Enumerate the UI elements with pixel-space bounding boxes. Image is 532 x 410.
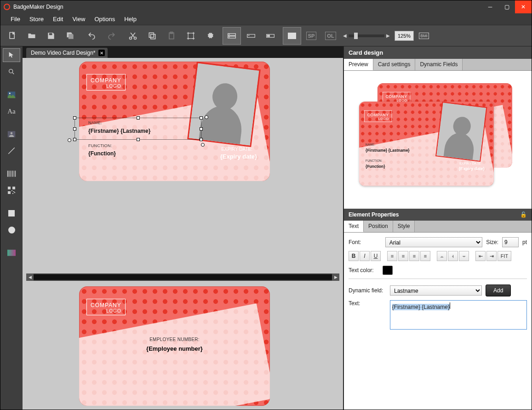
layout-back-button[interactable] [261, 27, 280, 45]
logo-text: LOGO [91, 84, 121, 89]
text-input-value: {Firstname} {Lastname} [392, 304, 450, 310]
font-select[interactable]: Arial [385, 237, 482, 247]
layout-front-button[interactable] [242, 27, 260, 45]
svg-rect-24 [12, 171, 13, 177]
tool-text[interactable]: Aa [3, 104, 20, 118]
tool-line[interactable] [3, 144, 20, 158]
tab-text[interactable]: Text [344, 221, 364, 232]
tool-barcode[interactable] [3, 167, 20, 181]
indent-inc-button[interactable]: ⇥ [486, 251, 497, 261]
cut-button[interactable] [124, 27, 142, 45]
tab-style[interactable]: Style [393, 221, 415, 232]
align-left-button[interactable]: ≡ [387, 251, 397, 261]
crop-marks-button[interactable] [182, 27, 200, 45]
tool-image[interactable] [3, 88, 20, 102]
tool-gradient[interactable] [3, 246, 20, 260]
zoom-out-icon[interactable]: ◀ [343, 33, 347, 38]
company-logo-box[interactable]: COMPANY LOGO [86, 74, 126, 91]
paste-button[interactable] [162, 27, 181, 45]
svg-point-15 [9, 69, 13, 73]
text-color-label: Text color: [349, 267, 379, 273]
fill-background-button[interactable] [283, 27, 301, 45]
sp-button[interactable]: SP [302, 27, 320, 45]
selection-box[interactable] [74, 118, 201, 140]
redo-button[interactable] [102, 27, 120, 45]
size-input[interactable] [502, 237, 519, 247]
settings-button[interactable] [201, 27, 219, 45]
window-close-button[interactable]: ✕ [515, 0, 532, 13]
bmi-button[interactable]: BMi [415, 27, 433, 45]
menu-options[interactable]: Options [91, 14, 119, 24]
window-minimize-button[interactable]: ─ [482, 0, 498, 13]
document-tab-close-icon[interactable]: ✕ [98, 50, 105, 56]
svg-rect-21 [8, 171, 9, 177]
preview-area: COMPANYLOGO COMPANYLOGO NAME: {Firstname… [344, 71, 532, 209]
align-center-button[interactable]: ≡ [398, 251, 408, 261]
pv-company-1: COMPANY [386, 94, 407, 99]
menu-edit[interactable]: Edit [49, 14, 67, 24]
svg-rect-1 [49, 33, 52, 35]
dynamic-field-select[interactable]: Lastname [390, 285, 482, 296]
svg-rect-29 [8, 191, 11, 194]
tab-card-settings[interactable]: Card settings [373, 59, 416, 70]
text-color-swatch[interactable] [383, 266, 393, 275]
svg-rect-34 [7, 250, 16, 256]
zoom-in-icon[interactable]: ▶ [386, 33, 390, 38]
company-logo-box-back[interactable]: COMPANY LOGO [86, 299, 126, 315]
menu-store[interactable]: Store [26, 14, 47, 24]
new-button[interactable] [3, 27, 22, 45]
undo-button[interactable] [83, 27, 101, 45]
layout-both-button[interactable] [223, 27, 241, 45]
menu-help[interactable]: Help [120, 14, 140, 24]
align-right-button[interactable]: ≡ [409, 251, 419, 261]
company-text-back: COMPANY [91, 302, 121, 308]
tool-square[interactable] [3, 206, 20, 220]
expiry-label: EXPIRY DATE: [221, 147, 252, 152]
size-label: Size: [486, 239, 498, 245]
open-button[interactable] [23, 27, 41, 45]
ol-button[interactable]: OL [321, 27, 340, 45]
bold-button[interactable]: B [349, 251, 359, 261]
canvas-area[interactable]: COMPANY LOGO NAME: {Firstname} {Lastname… [23, 58, 343, 410]
valign-top-button[interactable]: ⫠ [437, 251, 447, 261]
svg-rect-31 [13, 191, 14, 192]
save-button[interactable] [42, 27, 60, 45]
expiry-value: {Expiry date} [220, 153, 257, 160]
tab-dynamic-fields[interactable]: Dynamic Fields [415, 59, 463, 70]
zoom-value[interactable]: 125% [395, 31, 414, 41]
add-button[interactable]: Add [486, 285, 511, 296]
italic-button[interactable]: I [360, 251, 370, 261]
app-icon [4, 4, 10, 10]
tool-circle[interactable] [3, 223, 20, 237]
tab-preview[interactable]: Preview [344, 59, 373, 70]
align-justify-button[interactable]: ≡ [420, 251, 430, 261]
pv-company-2: COMPANY [367, 113, 389, 117]
font-label: Font: [349, 239, 382, 245]
svg-rect-27 [8, 187, 11, 189]
tool-photo-placeholder[interactable] [3, 127, 20, 141]
card-front[interactable]: COMPANY LOGO NAME: {Firstname} {Lastname… [79, 62, 270, 181]
zoom-slider[interactable] [349, 34, 384, 37]
card-back[interactable]: COMPANY LOGO EMPLOYEE NUMBER: {Employee … [79, 286, 270, 406]
scrollbar-front[interactable]: ◀▶ [26, 273, 339, 281]
window-maximize-button[interactable]: ▢ [498, 0, 515, 13]
tool-zoom[interactable] [3, 65, 20, 79]
menu-view[interactable]: View [69, 14, 89, 24]
indent-dec-button[interactable]: ⇤ [475, 251, 486, 261]
tool-qr[interactable] [3, 183, 20, 197]
menu-file[interactable]: File [7, 14, 24, 24]
main-toolbar: SP OL ◀ ▶ 125% BMi [0, 25, 532, 46]
menu-bar: File Store Edit View Options Help [0, 13, 532, 25]
lock-icon[interactable]: 🔓 [520, 211, 527, 218]
text-input[interactable]: {Firstname} {Lastname} [390, 300, 527, 330]
svg-rect-33 [14, 192, 15, 193]
copy-button[interactable] [143, 27, 161, 45]
document-tab[interactable]: Demo Video Card Design* ✕ [26, 48, 108, 58]
tab-position[interactable]: Position [364, 221, 393, 232]
fit-button[interactable]: FIT [498, 251, 511, 261]
save-all-button[interactable] [61, 27, 80, 45]
valign-bottom-button[interactable]: ⫟ [459, 251, 469, 261]
tool-pointer[interactable] [3, 48, 20, 62]
underline-button[interactable]: U [371, 251, 381, 261]
valign-middle-button[interactable]: ⫞ [448, 251, 458, 261]
